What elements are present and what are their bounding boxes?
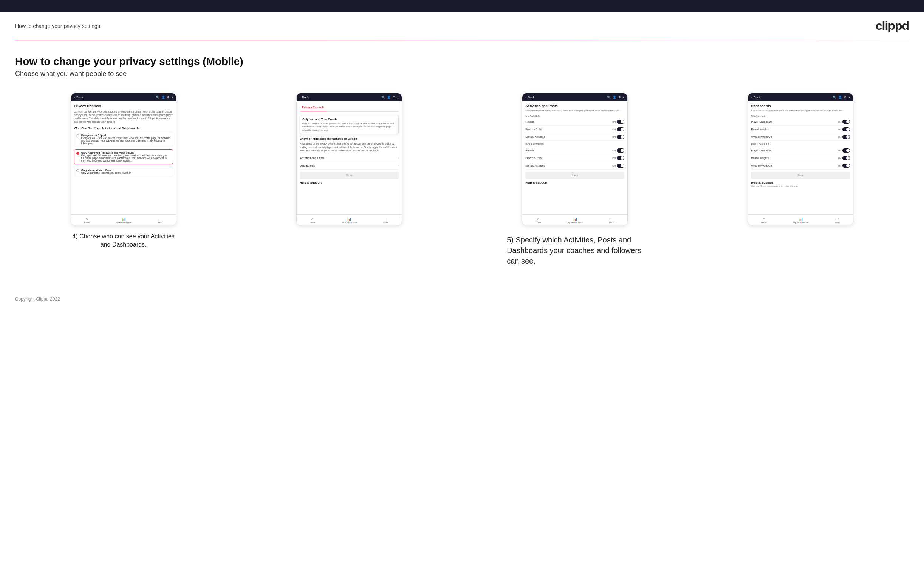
tab-performance-2[interactable]: 📊 My Performance — [342, 217, 357, 224]
toggle-switch-player-dash-coaches[interactable] — [842, 120, 850, 124]
main-content: How to change your privacy settings (Mob… — [0, 40, 924, 289]
more-icon-2[interactable]: ▾ — [397, 95, 399, 99]
toggle-on-label-round-insights-coaches: ON — [838, 128, 841, 131]
settings-icon-3[interactable]: ⊕ — [618, 95, 621, 99]
menu-item-activities-label: Activities and Posts — [300, 156, 324, 160]
back-button-3[interactable]: ‹ Back — [525, 95, 535, 99]
toggle-drills-coaches: Practice Drills ON — [525, 126, 624, 133]
more-icon-4[interactable]: ▾ — [848, 95, 850, 99]
tab-performance-label-3: My Performance — [567, 221, 582, 224]
tab-menu-label-3: Menu — [609, 221, 614, 224]
toggle-switch-rounds-coaches[interactable] — [617, 120, 624, 124]
tab-performance-label-1: My Performance — [116, 221, 131, 224]
toggle-player-dash-followers-label: Player Dashboard — [751, 149, 772, 152]
toggle-group-drills-followers: ON — [612, 156, 624, 160]
toggle-switch-player-dash-followers[interactable] — [842, 148, 850, 153]
tab-menu-2[interactable]: ☰ Menu — [383, 217, 388, 224]
radio-desc-you-coach: Only you and the coaches you connect wit… — [81, 171, 131, 174]
help-title-2: Help & Support — [300, 181, 399, 184]
help-title-4: Help & Support — [751, 181, 850, 184]
people-icon[interactable]: 👤 — [162, 95, 165, 99]
save-button-2[interactable]: Save — [300, 172, 399, 179]
toggle-player-dash-coaches-label: Player Dashboard — [751, 121, 772, 123]
toggle-manual-coaches: Manual Activities ON — [525, 133, 624, 141]
menu-item-dashboards[interactable]: Dashboards › — [300, 162, 399, 169]
toggle-group-player-dash-coaches: ON — [838, 120, 850, 124]
performance-icon-4: 📊 — [798, 217, 803, 221]
toggle-switch-drills-followers[interactable] — [617, 156, 624, 160]
back-label-3: Back — [528, 95, 535, 99]
toggle-switch-round-insights-followers[interactable] — [842, 156, 850, 160]
tab-menu-1[interactable]: ☰ Menu — [158, 217, 163, 224]
back-button-4[interactable]: ‹ Back — [751, 95, 760, 99]
radio-desc-approved: Only approved followers and coaches you … — [81, 154, 171, 162]
toggle-manual-coaches-label: Manual Activities — [525, 135, 545, 138]
radio-approved[interactable]: Only Approved Followers and Your Coach O… — [74, 149, 173, 164]
privacy-tab-active[interactable]: Privacy Controls — [300, 104, 327, 111]
menu-icon-3: ☰ — [610, 217, 613, 221]
toggle-switch-rounds-followers[interactable] — [617, 148, 624, 153]
toggle-round-insights-followers-label: Round Insights — [751, 157, 769, 160]
phone-header-1: ‹ Back 🔍 👤 ⊕ ▾ — [71, 93, 176, 101]
tab-performance-3[interactable]: 📊 My Performance — [567, 217, 582, 224]
back-chevron-icon-2: ‹ — [300, 95, 301, 99]
radio-everyone[interactable]: Everyone on Clippd Everyone on Clippd ca… — [74, 132, 173, 147]
settings-icon-2[interactable]: ⊕ — [393, 95, 395, 99]
menu-item-dashboards-label: Dashboards — [300, 164, 315, 167]
tab-performance-1[interactable]: 📊 My Performance — [116, 217, 131, 224]
menu-icon-2: ☰ — [384, 217, 388, 221]
home-icon-2: ⌂ — [312, 217, 314, 221]
people-icon-4[interactable]: 👤 — [838, 95, 842, 99]
search-icon-3[interactable]: 🔍 — [607, 95, 611, 99]
coaches-label-3: COACHES — [525, 114, 624, 117]
page-heading: How to change your privacy settings (Mob… — [15, 55, 909, 68]
toggle-what-work-coaches-label: What To Work On — [751, 135, 772, 138]
help-section-4: Help & Support Visit our Clippd communit… — [751, 179, 850, 189]
phone-header-4: ‹ Back 🔍 👤 ⊕ ▾ — [748, 93, 853, 101]
people-icon-3[interactable]: 👤 — [612, 95, 616, 99]
search-icon-2[interactable]: 🔍 — [381, 95, 385, 99]
phone-header-2: ‹ Back 🔍 👤 ⊕ ▾ — [297, 93, 402, 101]
more-icon[interactable]: ▾ — [171, 95, 173, 99]
settings-icon-4[interactable]: ⊕ — [844, 95, 846, 99]
phone-header-icons-3: 🔍 👤 ⊕ ▾ — [607, 95, 624, 99]
menu-icon-4: ☰ — [835, 217, 839, 221]
search-icon[interactable]: 🔍 — [156, 95, 160, 99]
coaches-label-4: COACHES — [751, 114, 850, 117]
tab-home-3[interactable]: ⌂ Home — [536, 217, 541, 224]
toggle-group-what-work-followers: ON — [838, 163, 850, 168]
back-button-1[interactable]: ‹ Back — [74, 95, 83, 99]
radio-label-everyone: Everyone on Clippd — [81, 134, 171, 137]
more-icon-3[interactable]: ▾ — [623, 95, 624, 99]
toggle-switch-manual-followers[interactable] — [617, 163, 624, 168]
screenshot-col-4: ‹ Back 🔍 👤 ⊕ ▾ Dashboards Select the das… — [692, 93, 909, 226]
screenshot-col-2: ‹ Back 🔍 👤 ⊕ ▾ Privacy Controls — [241, 93, 457, 226]
save-button-4[interactable]: Save — [751, 172, 850, 179]
save-button-3[interactable]: Save — [525, 172, 624, 179]
toggle-switch-what-work-coaches[interactable] — [842, 135, 850, 139]
toggle-switch-what-work-followers[interactable] — [842, 163, 850, 168]
tab-home-2[interactable]: ⌂ Home — [310, 217, 315, 224]
toggle-on-label-rounds-followers: ON — [612, 150, 615, 152]
menu-item-activities[interactable]: Activities and Posts › — [300, 155, 399, 162]
radio-you-coach[interactable]: Only You and Your Coach Only you and the… — [74, 166, 173, 176]
tab-menu-4[interactable]: ☰ Menu — [835, 217, 840, 224]
search-icon-4[interactable]: 🔍 — [832, 95, 836, 99]
privacy-tab-bar: Privacy Controls — [300, 104, 399, 112]
back-button-2[interactable]: ‹ Back — [300, 95, 309, 99]
radio-circle-you-coach — [76, 169, 79, 172]
settings-icon[interactable]: ⊕ — [167, 95, 170, 99]
caption-3: 5) Specify which Activities, Posts and D… — [507, 234, 643, 266]
people-icon-2[interactable]: 👤 — [387, 95, 391, 99]
toggle-round-insights-coaches: Round Insights ON — [751, 126, 850, 133]
phone-tab-bar-1: ⌂ Home 📊 My Performance ☰ Menu — [71, 214, 176, 225]
tab-performance-4[interactable]: 📊 My Performance — [793, 217, 808, 224]
help-section-3: Help & Support — [525, 179, 624, 187]
tab-home-4[interactable]: ⌂ Home — [761, 217, 767, 224]
toggle-switch-drills-coaches[interactable] — [617, 127, 624, 131]
toggle-switch-manual-coaches[interactable] — [617, 135, 624, 139]
tab-menu-3[interactable]: ☰ Menu — [609, 217, 614, 224]
tab-home-1[interactable]: ⌂ Home — [84, 217, 90, 224]
performance-icon-1: 📊 — [121, 217, 126, 221]
toggle-switch-round-insights-coaches[interactable] — [842, 127, 850, 131]
